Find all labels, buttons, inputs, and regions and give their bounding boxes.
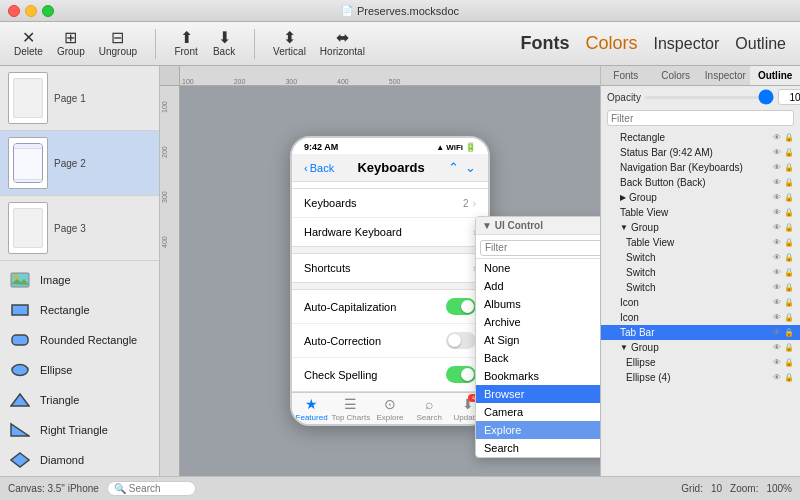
eye-icon-sw1[interactable]: 👁 — [773, 253, 781, 262]
tree-ellipse[interactable]: Ellipse 👁 🔒 — [601, 355, 800, 370]
eye-icon-e4[interactable]: 👁 — [773, 373, 781, 382]
front-button[interactable]: ⬆ Front — [168, 28, 204, 59]
list-item-auto-cap[interactable]: Auto-Capitalization — [292, 290, 488, 324]
shape-triangle[interactable]: Triangle — [0, 385, 159, 415]
eye-icon-nav[interactable]: 👁 — [773, 163, 781, 172]
list-item-check-spelling[interactable]: Check Spelling — [292, 358, 488, 391]
tree-rectangle[interactable]: Rectangle 👁 🔒 — [601, 130, 800, 145]
dropdown-item-add[interactable]: Add — [476, 277, 600, 295]
outline-filter[interactable] — [607, 110, 794, 126]
filter-area[interactable] — [476, 235, 600, 259]
tab-featured[interactable]: ★ Featured — [292, 396, 331, 422]
lock-icon-tv1[interactable]: 🔒 — [784, 208, 794, 217]
tab-top-charts[interactable]: ☰ Top Charts — [331, 396, 370, 422]
dropdown-item-at-sign[interactable]: At Sign — [476, 331, 600, 349]
lock-icon-sw3[interactable]: 🔒 — [784, 283, 794, 292]
dropdown-item-albums[interactable]: Albums — [476, 295, 600, 313]
dropdown-item-camera[interactable]: Camera — [476, 403, 600, 421]
tab-fonts[interactable]: Fonts — [601, 66, 651, 85]
eye-icon-e1[interactable]: 👁 — [773, 358, 781, 367]
nav-arrows[interactable]: ⌃ ⌄ — [448, 160, 476, 175]
shape-diamond[interactable]: Diamond — [0, 445, 159, 475]
tree-group-2[interactable]: ▼ Group 👁 🔒 — [601, 340, 800, 355]
eye-icon-sw3[interactable]: 👁 — [773, 283, 781, 292]
tab-inspector[interactable]: Inspector — [701, 66, 751, 85]
vertical-align-button[interactable]: ⬍ Vertical — [267, 28, 312, 59]
maximize-button[interactable] — [42, 5, 54, 17]
tree-nav-bar[interactable]: Navigation Bar (Keyboards) 👁 🔒 — [601, 160, 800, 175]
minimize-button[interactable] — [25, 5, 37, 17]
tree-tab-bar[interactable]: Tab Bar 👁 🔒 — [601, 325, 800, 340]
tree-switch-2[interactable]: Switch 👁 🔒 — [601, 265, 800, 280]
lock-icon[interactable]: 🔒 — [784, 133, 794, 142]
page-1[interactable]: Page 1 — [0, 66, 159, 131]
eye-icon-sw2[interactable]: 👁 — [773, 268, 781, 277]
tree-icon-2[interactable]: Icon 👁 🔒 — [601, 310, 800, 325]
eye-icon-group[interactable]: 👁 — [773, 193, 781, 202]
back-button[interactable]: ‹ Back — [304, 162, 334, 174]
inspector-button[interactable]: Inspector — [647, 31, 725, 56]
eye-icon-tv2[interactable]: 👁 — [773, 238, 781, 247]
filter-row[interactable] — [601, 108, 800, 128]
dropdown-item-browser[interactable]: Browser — [476, 385, 600, 403]
outline-button[interactable]: Outline — [729, 31, 792, 56]
back-button[interactable]: ⬇ Back — [206, 28, 242, 59]
lock-icon-sw1[interactable]: 🔒 — [784, 253, 794, 262]
eye-icon-tv1[interactable]: 👁 — [773, 208, 781, 217]
ungroup-button[interactable]: ⊟ Ungroup — [93, 28, 143, 59]
search-input[interactable] — [129, 483, 189, 494]
lock-icon-i1[interactable]: 🔒 — [784, 298, 794, 307]
eye-icon-i2[interactable]: 👁 — [773, 313, 781, 322]
tree-switch-3[interactable]: Switch 👁 🔒 — [601, 280, 800, 295]
autocomplete-dropdown[interactable]: ▼ UI Control None Add Albums Archive At … — [475, 216, 600, 458]
group-collapse-icon[interactable]: ▶ — [620, 193, 626, 202]
tree-switch-1[interactable]: Switch 👁 🔒 — [601, 250, 800, 265]
opacity-input[interactable] — [778, 89, 800, 105]
lock-icon-g3[interactable]: 🔒 — [784, 343, 794, 352]
dropdown-item-none[interactable]: None — [476, 259, 600, 277]
dropdown-item-search-label[interactable]: Search — [476, 439, 600, 457]
colors-button[interactable]: Colors — [579, 31, 643, 56]
canvas-area[interactable]: 100 200 300 400 500 100 200 300 400 9:42… — [160, 66, 600, 476]
dropdown-item-bookmarks[interactable]: Bookmarks — [476, 367, 600, 385]
eye-icon[interactable]: 👁 — [773, 133, 781, 142]
dropdown-item-back[interactable]: Back — [476, 349, 600, 367]
shape-polygon[interactable]: Polygon — [0, 475, 159, 476]
tree-back-button[interactable]: Back Button (Back) 👁 🔒 — [601, 175, 800, 190]
toggle-auto-correct[interactable] — [446, 332, 476, 349]
lock-icon-tb[interactable]: 🔒 — [784, 328, 794, 337]
dropdown-item-archive[interactable]: Archive — [476, 313, 600, 331]
page-3[interactable]: Page 3 — [0, 196, 159, 261]
lock-icon-e4[interactable]: 🔒 — [784, 373, 794, 382]
search-box[interactable]: 🔍 — [107, 481, 196, 496]
list-item-keyboards[interactable]: Keyboards 2 › — [292, 189, 488, 218]
tree-ellipse-4[interactable]: Ellipse (4) 👁 🔒 — [601, 370, 800, 385]
tab-colors[interactable]: Colors — [651, 66, 701, 85]
lock-icon-back[interactable]: 🔒 — [784, 178, 794, 187]
delete-button[interactable]: ✕ Delete — [8, 28, 49, 59]
lock-icon-g2[interactable]: 🔒 — [784, 223, 794, 232]
eye-icon-i1[interactable]: 👁 — [773, 298, 781, 307]
lock-icon-group[interactable]: 🔒 — [784, 193, 794, 202]
eye-icon-status[interactable]: 👁 — [773, 148, 781, 157]
lock-icon-sw2[interactable]: 🔒 — [784, 268, 794, 277]
shape-right-triangle[interactable]: Right Triangle — [0, 415, 159, 445]
list-item-hardware-keyboard[interactable]: Hardware Keyboard › — [292, 218, 488, 246]
tab-outline[interactable]: Outline — [750, 66, 800, 85]
opacity-slider[interactable] — [645, 96, 774, 99]
eye-icon-g2[interactable]: 👁 — [773, 223, 781, 232]
tree-group-inner[interactable]: ▼ Group 👁 🔒 — [601, 220, 800, 235]
eye-icon-g3[interactable]: 👁 — [773, 343, 781, 352]
eye-icon-back[interactable]: 👁 — [773, 178, 781, 187]
tree-group-outer[interactable]: ▶ Group 👁 🔒 — [601, 190, 800, 205]
page-2[interactable]: Page 2 — [0, 131, 159, 196]
shape-rectangle[interactable]: Rectangle — [0, 295, 159, 325]
dropdown-filter[interactable] — [480, 240, 600, 256]
horizontal-align-button[interactable]: ⬌ Horizontal — [314, 28, 371, 59]
dropdown-item-explore[interactable]: Explore — [476, 421, 600, 439]
list-item-auto-correct[interactable]: Auto-Correction — [292, 324, 488, 358]
fonts-button[interactable]: Fonts — [514, 31, 575, 56]
shape-image[interactable]: Image — [0, 265, 159, 295]
shape-rounded-rectangle[interactable]: Rounded Rectangle — [0, 325, 159, 355]
group-button[interactable]: ⊞ Group — [51, 28, 91, 59]
